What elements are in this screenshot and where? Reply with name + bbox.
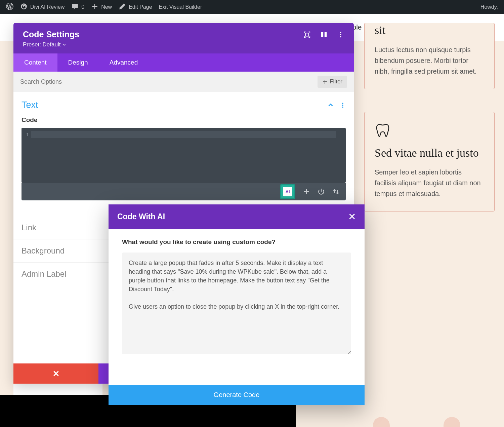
generate-code-button[interactable]: Generate Code — [109, 385, 365, 405]
expand-icon[interactable] — [303, 31, 311, 38]
comments-link[interactable]: 0 — [68, 0, 88, 14]
filter-button[interactable]: Filter — [318, 76, 347, 88]
ai-popup-title: Code With AI — [117, 212, 165, 221]
svg-point-10 — [342, 106, 343, 108]
edit-page-link[interactable]: Edit Page — [115, 0, 155, 14]
editor-footer: AI — [22, 183, 346, 200]
cancel-button[interactable] — [13, 363, 98, 384]
wp-logo[interactable] — [3, 0, 17, 14]
card-body: Luctus lectus non quisque turpis bibendu… — [375, 44, 484, 77]
code-with-ai-popup: Code With AI ✕ What would you like to cr… — [109, 204, 365, 405]
preset-label: Preset: Default — [23, 41, 60, 48]
plus-icon[interactable] — [303, 188, 310, 195]
dashboard-icon — [20, 3, 28, 11]
filter-label: Filter — [330, 78, 342, 85]
comment-icon — [71, 3, 79, 11]
svg-rect-3 — [321, 32, 323, 37]
tab-design[interactable]: Design — [57, 53, 99, 72]
chevron-up-icon[interactable] — [328, 102, 334, 108]
svg-rect-2 — [305, 33, 308, 36]
ai-button[interactable]: AI — [280, 184, 295, 199]
kebab-icon[interactable] — [340, 102, 346, 108]
save-button-partial[interactable] — [98, 363, 109, 384]
site-name-link[interactable]: Divi AI Review — [17, 0, 68, 14]
swap-icon[interactable] — [332, 188, 340, 195]
svg-rect-4 — [325, 32, 327, 37]
card-title: sit — [375, 23, 484, 38]
chevron-down-icon — [62, 43, 66, 46]
code-gutter: 1 — [22, 128, 31, 183]
line-number: 1 — [22, 128, 31, 137]
wordpress-icon — [6, 3, 13, 11]
svg-point-7 — [340, 36, 341, 38]
kebab-icon[interactable] — [337, 31, 344, 38]
decorative-circles — [373, 417, 460, 427]
section-header: Text — [13, 92, 354, 114]
preset-dropdown[interactable]: Preset: Default — [23, 41, 303, 48]
new-link[interactable]: New — [88, 0, 115, 14]
howdy-text: Howdy, — [480, 4, 498, 10]
code-current-line — [31, 131, 336, 138]
howdy-link[interactable]: Howdy, — [477, 0, 501, 14]
card-body: Semper leo et sapien lobortis facilisis … — [375, 167, 484, 199]
feature-card: sit Luctus lectus non quisque turpis bib… — [364, 23, 495, 89]
decorative-circle — [373, 417, 390, 427]
svg-point-6 — [340, 34, 341, 35]
plus-icon — [91, 3, 98, 11]
exit-vb-link[interactable]: Exit Visual Builder — [156, 0, 206, 14]
close-icon[interactable]: ✕ — [348, 211, 356, 222]
close-icon — [52, 370, 60, 377]
ai-popup-body: What would you like to create using cust… — [109, 229, 365, 361]
tab-advanced[interactable]: Advanced — [99, 53, 149, 72]
modal-header: Code Settings Preset: Default — [13, 23, 354, 53]
new-text: New — [101, 4, 112, 10]
code-field-area: Code 1 AI — [13, 114, 354, 204]
modal-title: Code Settings — [23, 30, 303, 39]
plus-icon — [322, 79, 328, 84]
site-name-text: Divi AI Review — [30, 4, 65, 10]
svg-point-5 — [340, 32, 341, 33]
exit-vb-text: Exit Visual Builder — [159, 4, 202, 10]
ai-question-label: What would you like to create using cust… — [122, 238, 351, 246]
ai-badge: AI — [283, 187, 292, 196]
code-editor[interactable]: 1 — [22, 128, 346, 183]
sidebar-cards: sit Luctus lectus non quisque turpis bib… — [364, 23, 495, 211]
section-title[interactable]: Text — [22, 100, 322, 110]
ai-prompt-textarea[interactable] — [122, 253, 351, 354]
comments-count: 0 — [81, 4, 84, 10]
search-row: Filter — [13, 72, 354, 92]
svg-point-9 — [342, 105, 343, 106]
columns-icon[interactable] — [320, 31, 328, 38]
decorative-circle — [444, 417, 460, 427]
feature-card: Sed vitae nulla et justo Semper leo et s… — [364, 112, 495, 212]
card-title: Sed vitae nulla et justo — [375, 146, 484, 160]
pencil-icon — [119, 3, 126, 11]
svg-point-8 — [342, 103, 343, 104]
search-options-input[interactable] — [20, 78, 313, 85]
field-label: Code — [22, 116, 346, 124]
modal-tabs: Content Design Advanced — [13, 53, 354, 72]
wp-admin-bar: Divi AI Review 0 New Edit Page Exit Visu… — [0, 0, 504, 14]
tooth-icon — [375, 122, 484, 140]
ai-popup-header: Code With AI ✕ — [109, 204, 365, 229]
power-icon[interactable] — [318, 188, 325, 195]
tab-content[interactable]: Content — [13, 53, 57, 72]
edit-page-text: Edit Page — [129, 4, 152, 10]
